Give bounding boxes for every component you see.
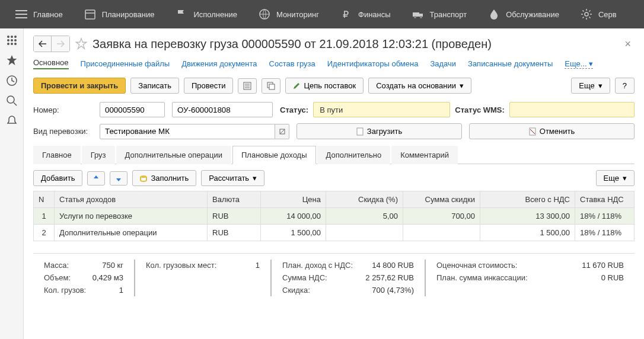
tab-extra-ops[interactable]: Дополнительные операции <box>116 146 231 164</box>
apps-icon[interactable] <box>6 34 18 46</box>
subnav-moves[interactable]: Движения документа <box>181 59 257 68</box>
more-button[interactable]: Еще ▾ <box>571 78 610 94</box>
nav-transport[interactable]: Транспорт <box>401 0 478 28</box>
wms-label: Статус WMS: <box>455 105 505 114</box>
table-row[interactable]: 2 Дополнительные операции RUB 1 500,00 1… <box>34 225 635 241</box>
gear-icon <box>581 8 592 20</box>
subnav-cargo[interactable]: Состав груза <box>269 59 315 68</box>
svg-rect-0 <box>15 10 27 11</box>
search-icon[interactable] <box>6 95 18 107</box>
nav-label: Мониторинг <box>276 10 319 19</box>
flag-icon <box>176 8 187 20</box>
history-icon[interactable] <box>6 75 18 87</box>
calendar-icon <box>84 8 96 20</box>
number-label: Номер: <box>33 105 93 114</box>
svg-point-19 <box>11 43 13 45</box>
svg-rect-31 <box>357 128 363 135</box>
svg-line-23 <box>14 103 17 105</box>
star-icon[interactable] <box>6 55 18 66</box>
number-input[interactable] <box>100 102 165 117</box>
nav-finance[interactable]: ₽ Финансы <box>330 0 401 28</box>
post-button[interactable]: Провести <box>184 78 234 94</box>
col-n[interactable]: N <box>34 191 55 208</box>
type-input[interactable] <box>100 124 275 139</box>
top-navbar: Главное Планирование Исполнение Монитори… <box>0 0 644 28</box>
col-total[interactable]: Всего с НДС <box>480 191 575 208</box>
toolbar: Провести и закрыть Записать Провести Цеп… <box>33 78 635 94</box>
tab-additional[interactable]: Дополнительно <box>317 146 391 164</box>
tab-main[interactable]: Главное <box>33 146 81 164</box>
ext-number-input[interactable] <box>172 102 273 117</box>
svg-point-14 <box>14 36 17 38</box>
copy-icon[interactable] <box>262 78 280 94</box>
subnav-more[interactable]: Еще... ▾ <box>565 59 593 69</box>
move-down-button[interactable] <box>110 171 127 186</box>
tab-cargo[interactable]: Груз <box>82 146 115 164</box>
nav-label: Финансы <box>358 10 391 19</box>
back-button[interactable] <box>34 36 52 52</box>
hamburger-icon <box>15 8 27 20</box>
type-open-button[interactable] <box>275 124 289 139</box>
col-item[interactable]: Статья доходов <box>55 191 208 208</box>
move-up-button[interactable] <box>87 171 105 186</box>
drop-icon <box>488 8 500 20</box>
subnav-tasks[interactable]: Задачи <box>430 59 456 68</box>
nav-service[interactable]: Серв <box>570 0 627 28</box>
svg-rect-3 <box>85 10 95 19</box>
nav-label: Планирование <box>102 10 155 19</box>
supply-chain-button[interactable]: Цепь поставок <box>285 78 364 94</box>
close-button[interactable]: × <box>621 38 635 50</box>
help-button[interactable]: ? <box>615 78 635 94</box>
save-button[interactable]: Записать <box>130 78 179 94</box>
status-label: Статус: <box>280 105 308 114</box>
post-close-button[interactable]: Провести и закрыть <box>33 78 126 94</box>
tab-comment[interactable]: Комментарий <box>391 146 458 164</box>
nav-label: Обслуживание <box>506 10 559 19</box>
bell-icon[interactable] <box>6 115 18 127</box>
doc-cancel-icon <box>529 127 536 136</box>
fill-button[interactable]: Заполнить <box>132 170 196 186</box>
status-value: В пути <box>313 102 450 117</box>
wms-value <box>509 102 635 117</box>
content: Заявка на перевозку груза 000005590 от 2… <box>24 28 644 339</box>
cancel-button[interactable]: Отменить <box>469 123 635 139</box>
create-based-button[interactable]: Создать на основании ▾ <box>368 78 471 94</box>
col-disc-pct[interactable]: Скидка (%) <box>326 191 403 208</box>
col-cur[interactable]: Валюта <box>208 191 261 208</box>
nav-execution[interactable]: Исполнение <box>165 0 248 28</box>
subnav-ids[interactable]: Идентификаторы обмена <box>327 59 419 68</box>
tabs: Главное Груз Дополнительные операции Пла… <box>33 145 635 164</box>
db-icon <box>140 175 147 182</box>
pencil-icon <box>293 82 300 89</box>
svg-point-34 <box>141 175 146 178</box>
calc-button[interactable]: Рассчитать ▾ <box>201 170 264 186</box>
subnav-docs[interactable]: Записанные документы <box>468 59 553 68</box>
nav-label: Главное <box>33 10 63 19</box>
col-price[interactable]: Цена <box>261 191 326 208</box>
nav-monitoring[interactable]: Мониторинг <box>248 0 330 28</box>
subnav-files[interactable]: Присоединенные файлы <box>81 59 170 68</box>
menu-toggle[interactable]: Главное <box>5 0 74 28</box>
tab-planned-income[interactable]: Плановые доходы <box>232 146 316 164</box>
table-more-button[interactable]: Еще ▾ <box>596 170 635 186</box>
globe-icon <box>259 8 270 20</box>
page-title: Заявка на перевозку груза 000005590 от 2… <box>93 37 492 51</box>
add-row-button[interactable]: Добавить <box>33 170 82 186</box>
load-button[interactable]: Загрузить <box>297 123 462 139</box>
col-disc-sum[interactable]: Сумма скидки <box>403 191 480 208</box>
svg-text:₽: ₽ <box>343 9 349 20</box>
forward-button[interactable] <box>52 36 69 52</box>
table-row[interactable]: 1 Услуги по перевозке RUB 14 000,00 5,00… <box>34 208 635 225</box>
svg-point-9 <box>414 16 416 18</box>
subnav-main[interactable]: Основное <box>33 58 69 69</box>
nav-maintenance[interactable]: Обслуживание <box>477 0 570 28</box>
doc-lines-icon[interactable] <box>238 78 257 94</box>
sidebar <box>0 28 24 339</box>
table-toolbar: Добавить Заполнить Рассчитать ▾ Еще ▾ <box>33 170 635 186</box>
nav-planning[interactable]: Планирование <box>74 0 165 28</box>
svg-point-10 <box>420 16 422 18</box>
col-vat[interactable]: Ставка НДС <box>575 191 635 208</box>
favorite-star-icon[interactable] <box>75 37 88 50</box>
truck-icon <box>412 8 424 20</box>
svg-point-11 <box>585 12 588 16</box>
